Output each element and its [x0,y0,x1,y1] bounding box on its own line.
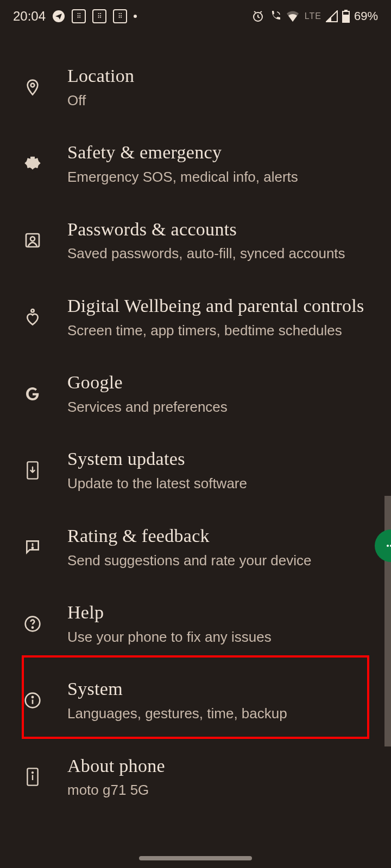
settings-item-help[interactable]: Help Use your phone to fix any issues [0,585,391,662]
settings-item-feedback[interactable]: Rating & feedback Send suggestions and r… [0,509,391,585]
setting-title: Safety & emergency [67,142,367,164]
navigation-handle[interactable] [139,856,252,860]
medical-cross-icon [20,155,46,173]
info-circle-icon [20,692,46,709]
system-update-icon [20,461,46,480]
status-bar: 20:04 ⠿ ⠿ ⠿ LTE 69% [0,0,391,33]
notification-icon-2: ⠿ [92,9,106,23]
setting-title: Google [67,372,367,394]
alarm-icon [251,10,264,23]
wifi-calling-icon [269,10,282,23]
settings-item-google[interactable]: Google Services and preferences [0,355,391,432]
setting-title: System [67,678,367,700]
setting-title: Rating & feedback [67,525,367,547]
phone-info-icon [20,767,46,787]
svg-point-16 [32,697,33,698]
svg-rect-4 [343,15,349,22]
settings-item-updates[interactable]: System updates Update to the latest soft… [0,432,391,508]
setting-title: Location [67,65,367,87]
svg-point-20 [387,545,389,547]
settings-item-about[interactable]: About phone moto g71 5G [0,739,391,815]
svg-point-11 [32,547,33,548]
settings-list: Location Off Safety & emergency Emergenc… [0,33,391,815]
signal-icon [326,10,338,22]
svg-point-5 [31,83,35,87]
settings-item-passwords[interactable]: Passwords & accounts Saved passwords, au… [0,202,391,279]
setting-title: Passwords & accounts [67,219,367,241]
setting-subtitle: Send suggestions and rate your device [67,552,367,570]
settings-item-wellbeing[interactable]: Digital Wellbeing and parental controls … [0,279,391,355]
setting-subtitle: moto g71 5G [67,781,367,799]
status-left: 20:04 ⠿ ⠿ ⠿ [13,9,137,24]
setting-subtitle: Screen time, app timers, bedtime schedul… [67,322,367,340]
location-pin-icon [20,79,46,96]
settings-item-location[interactable]: Location Off [0,49,391,125]
settings-item-system[interactable]: System Languages, gestures, time, backup [0,662,391,738]
setting-subtitle: Use your phone to fix any issues [67,628,367,646]
setting-title: About phone [67,755,367,777]
setting-subtitle: Emergency SOS, medical info, alerts [67,168,367,186]
account-box-icon [20,232,46,249]
svg-point-7 [30,237,35,241]
wifi-icon [286,10,299,22]
setting-title: Digital Wellbeing and parental controls [67,295,367,317]
setting-title: System updates [67,448,367,470]
setting-subtitle: Off [67,92,367,110]
more-notifications-dot [134,15,137,18]
setting-subtitle: Saved passwords, auto-fill, synced accou… [67,245,367,263]
svg-point-19 [32,773,33,774]
battery-icon [342,10,350,23]
wellbeing-icon [20,308,46,327]
notification-icon-3: ⠿ [113,9,127,23]
google-g-icon [20,385,46,403]
feedback-icon [20,538,46,556]
help-circle-icon [20,615,46,633]
network-type: LTE [305,11,321,21]
battery-percentage: 69% [354,9,378,23]
svg-point-8 [31,309,34,312]
status-right: LTE 69% [251,9,378,23]
notification-icon-1: ⠿ [72,9,86,23]
telegram-icon [52,10,65,23]
setting-subtitle: Services and preferences [67,398,367,416]
settings-item-safety[interactable]: Safety & emergency Emergency SOS, medica… [0,125,391,202]
setting-subtitle: Update to the latest software [67,475,367,493]
setting-title: Help [67,602,367,624]
setting-subtitle: Languages, gestures, time, backup [67,705,367,723]
svg-point-13 [32,627,33,628]
status-time: 20:04 [13,9,46,24]
